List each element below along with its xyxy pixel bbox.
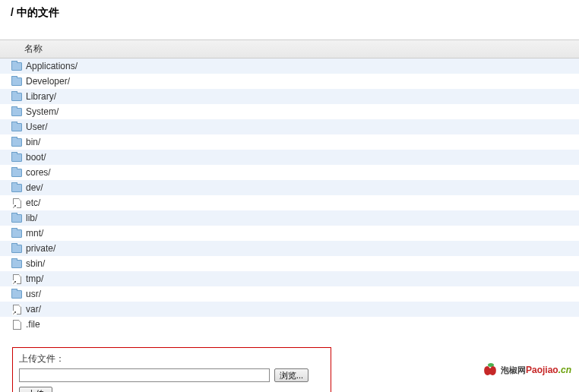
symlink-icon: [13, 198, 21, 208]
symlink-icon: [13, 274, 21, 284]
folder-icon: [11, 93, 22, 101]
file-row[interactable]: dev/: [0, 180, 579, 195]
folder-icon: [11, 290, 22, 299]
folder-icon: [11, 62, 22, 71]
folder-icon: [11, 77, 22, 86]
file-row[interactable]: User/: [0, 119, 579, 134]
file-name: User/: [24, 122, 48, 132]
file-row[interactable]: lib/: [0, 210, 579, 226]
watermark-en-grn: .cn: [558, 365, 571, 375]
file-row[interactable]: Library/: [0, 89, 579, 104]
file-name: Library/: [24, 91, 56, 102]
folder-icon: [11, 260, 22, 268]
file-name: sbin/: [24, 258, 45, 269]
file-row[interactable]: Applications/: [0, 58, 579, 74]
file-row[interactable]: mnt/: [0, 226, 579, 241]
file-name: mnt/: [24, 228, 43, 239]
file-name: Developer/: [24, 76, 70, 87]
file-name: .file: [24, 319, 40, 330]
folder-icon: [11, 123, 22, 131]
folder-icon: [11, 214, 22, 223]
file-name: bin/: [24, 137, 40, 147]
file-name: boot/: [24, 152, 46, 163]
watermark-en-red: Paojiao: [526, 365, 558, 375]
file-list: Applications/Developer/Library/System/Us…: [0, 58, 579, 332]
file-name: cores/: [24, 167, 51, 178]
column-header-name: 名称: [0, 40, 579, 58]
file-row[interactable]: .file: [0, 317, 579, 332]
file-row[interactable]: cores/: [0, 165, 579, 180]
file-row[interactable]: bin/: [0, 134, 579, 150]
file-name: tmp/: [24, 273, 43, 284]
file-row[interactable]: usr/: [0, 286, 579, 302]
watermark-cn: 泡椒网: [501, 365, 526, 375]
file-name: private/: [24, 243, 55, 254]
file-name: dev/: [24, 182, 43, 193]
upload-submit-button[interactable]: 上传: [19, 387, 52, 392]
folder-icon: [11, 245, 22, 253]
upload-panel: 上传文件： 浏览... 上传: [12, 347, 331, 392]
upload-label: 上传文件：: [19, 352, 324, 365]
folder-icon: [11, 153, 22, 162]
watermark-logo-icon: [484, 363, 498, 377]
file-row[interactable]: tmp/: [0, 271, 579, 286]
file-row[interactable]: boot/: [0, 150, 579, 165]
file-row[interactable]: System/: [0, 104, 579, 119]
upload-file-input[interactable]: [19, 368, 270, 382]
folder-icon: [11, 184, 22, 192]
file-name: lib/: [24, 213, 37, 223]
file-name: System/: [24, 106, 59, 117]
folder-icon: [11, 108, 22, 116]
symlink-icon: [13, 305, 21, 315]
file-row[interactable]: Developer/: [0, 74, 579, 89]
file-icon: [13, 320, 21, 330]
folder-icon: [11, 138, 22, 147]
file-name: usr/: [24, 289, 41, 299]
browse-button[interactable]: 浏览...: [274, 368, 308, 382]
file-name: Applications/: [24, 61, 78, 71]
page-title: / 中的文件: [0, 0, 579, 26]
file-row[interactable]: private/: [0, 241, 579, 256]
folder-icon: [11, 229, 22, 238]
file-row[interactable]: sbin/: [0, 256, 579, 271]
file-row[interactable]: var/: [0, 302, 579, 317]
file-name: etc/: [24, 198, 40, 208]
file-name: var/: [24, 304, 41, 315]
folder-icon: [11, 169, 22, 177]
file-row[interactable]: etc/: [0, 195, 579, 210]
watermark: 泡椒网Paojiao.cn: [484, 363, 571, 377]
